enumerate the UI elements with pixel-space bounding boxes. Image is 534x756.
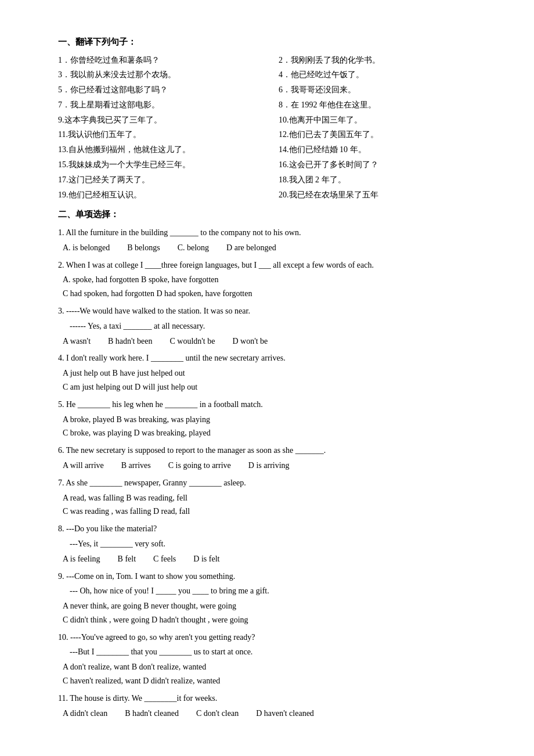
item-6-left: 11.我认识他们五年了。 [58, 128, 267, 142]
question-9: 9. ---Come on in, Tom. I want to show yo… [58, 570, 488, 627]
q9-text2: --- Oh, how nice of you! I _____ you ___… [58, 584, 488, 598]
item-7-right: 14.他们已经结婚 10 年。 [279, 143, 488, 157]
q7-opt-cd: C was reading , was falling D read, fall [63, 505, 488, 519]
item-3-right: 6．我哥哥还没回来。 [279, 83, 488, 97]
item-5-left: 9.这本字典我已买了三年了。 [58, 113, 267, 127]
q10-text2: ---But I ________ that you ________ us t… [58, 645, 488, 659]
q8-options: A is feeling B felt C feels D is felt [58, 552, 488, 566]
question-5: 5. He ________ his leg when he ________ … [58, 398, 488, 440]
q6-options: A will arrive B arrives C is going to ar… [58, 459, 488, 473]
item-5-right: 10.他离开中国三年了。 [279, 113, 488, 127]
q1-opt-c: C. belong [178, 241, 209, 255]
q4-opt-ab: A just help out B have just helped out [63, 366, 488, 380]
item-4-right: 8．在 1992 年他住在这里。 [279, 98, 488, 112]
q8-opt-b: B felt [118, 552, 136, 566]
item-9-left: 17.这门已经关了两天了。 [58, 173, 267, 187]
q2-text: 2. When I was at college I ____three for… [58, 258, 488, 272]
q9-opt-cd: C didn't think , were going D hadn't tho… [63, 613, 488, 627]
q6-opt-b: B arrives [121, 459, 151, 473]
q10-text1: 10. ----You've agreed to go, so why aren… [58, 631, 488, 645]
question-7: 7. As she ________ newspaper, Granny ___… [58, 476, 488, 519]
q11-opt-b: B hadn't cleaned [125, 707, 179, 721]
q3-opt-a: A wasn't [63, 334, 91, 348]
section2-title: 二、单项选择： [58, 207, 488, 222]
q3-opt-d: D won't be [232, 334, 268, 348]
q1-opt-b: B belongs [127, 241, 160, 255]
section1-items: 1．你曾经吃过鱼和薯条吗？ 2．我刚刚丢了我的化学书。 3．我以前从来没去过那个… [58, 53, 488, 202]
q11-options: A didn't clean B hadn't cleaned C don't … [58, 707, 488, 721]
q9-options: A never think, are going B never thought… [58, 599, 488, 627]
q9-text1: 9. ---Come on in, Tom. I want to show yo… [58, 570, 488, 584]
question-8: 8. ---Do you like the material? ---Yes, … [58, 522, 488, 566]
q1-opt-d: D are belonged [226, 241, 276, 255]
q6-opt-d: D is arriving [248, 459, 290, 473]
q2-opt-cd: C had spoken, had forgotten D had spoken… [63, 287, 488, 301]
question-1: 1. All the furniture in the building ___… [58, 226, 488, 255]
item-8-right: 16.这会已开了多长时间了？ [279, 158, 488, 172]
item-2-left: 3．我以前从来没去过那个农场。 [58, 68, 267, 82]
q6-opt-c: C is going to arrive [168, 459, 231, 473]
q5-opt-ab: A broke, played B was breaking, was play… [63, 413, 488, 427]
q1-text: 1. All the furniture in the building ___… [58, 226, 488, 240]
item-1-left: 1．你曾经吃过鱼和薯条吗？ [58, 53, 267, 67]
q10-opt-ab: A don't realize, want B don't realize, w… [63, 660, 488, 674]
item-9-right: 18.我入团 2 年了。 [279, 173, 488, 187]
q7-text: 7. As she ________ newspaper, Granny ___… [58, 476, 488, 490]
item-8-left: 15.我妹妹成为一个大学生已经三年。 [58, 158, 267, 172]
q8-opt-d: D is felt [193, 552, 219, 566]
q5-options: A broke, played B was breaking, was play… [58, 413, 488, 441]
q1-opt-a: A. is belonged [63, 241, 110, 255]
item-10-left: 19.他们已经相互认识。 [58, 188, 267, 202]
question-11: 11. The house is dirty. We ________it fo… [58, 692, 488, 721]
q10-options: A don't realize, want B don't realize, w… [58, 660, 488, 688]
q7-options: A read, was falling B was reading, fell … [58, 491, 488, 519]
q6-text: 6. The new secretary is supposed to repo… [58, 444, 488, 458]
q3-text2: ------ Yes, a taxi _______ at all necess… [58, 319, 488, 333]
item-1-right: 2．我刚刚丢了我的化学书。 [279, 53, 488, 67]
q3-opt-b: B hadn't been [108, 334, 152, 348]
q4-options: A just help out B have just helped out C… [58, 366, 488, 394]
question-10: 10. ----You've agreed to go, so why aren… [58, 631, 488, 688]
question-2: 2. When I was at college I ____three for… [58, 258, 488, 301]
q10-opt-cd: C haven't realized, want D didn't realiz… [63, 674, 488, 688]
item-7-left: 13.自从他搬到福州，他就住这儿了。 [58, 143, 267, 157]
item-4-left: 7．我上星期看过这部电影。 [58, 98, 267, 112]
q1-options: A. is belonged B belongs C. belong D are… [58, 241, 488, 255]
q5-text: 5. He ________ his leg when he ________ … [58, 398, 488, 412]
q3-opt-c: C wouldn't be [169, 334, 215, 348]
q8-opt-c: C feels [153, 552, 176, 566]
q11-opt-d: D haven't cleaned [256, 707, 314, 721]
q2-options: A. spoke, had forgotten B spoke, have fo… [58, 273, 488, 301]
q5-opt-cd: C broke, was playing D was breaking, pla… [63, 426, 488, 440]
question-6: 6. The new secretary is supposed to repo… [58, 444, 488, 473]
q2-opt-ab: A. spoke, had forgotten B spoke, have fo… [63, 273, 488, 287]
q4-text: 4. I don't really work here. I ________ … [58, 351, 488, 365]
q8-opt-a: A is feeling [63, 552, 100, 566]
q6-opt-a: A will arrive [63, 459, 104, 473]
item-2-right: 4．他已经吃过午饭了。 [279, 68, 488, 82]
item-10-right: 20.我已经在农场里呆了五年 [279, 188, 488, 202]
item-6-right: 12.他们已去了美国五年了。 [279, 128, 488, 142]
item-3-left: 5．你已经看过这部电影了吗？ [58, 83, 267, 97]
q8-text2: ---Yes, it ________ very soft. [58, 537, 488, 551]
question-4: 4. I don't really work here. I ________ … [58, 351, 488, 394]
question-3: 3. -----We would have walked to the stat… [58, 304, 488, 348]
section1-title: 一、翻译下列句子： [58, 35, 488, 50]
q7-opt-ab: A read, was falling B was reading, fell [63, 491, 488, 505]
q4-opt-cd: C am just helping out D will just help o… [63, 380, 488, 394]
q11-opt-c: C don't clean [196, 707, 239, 721]
q9-opt-ab: A never think, are going B never thought… [63, 599, 488, 613]
q11-opt-a: A didn't clean [63, 707, 107, 721]
q11-text: 11. The house is dirty. We ________it fo… [58, 692, 488, 705]
q8-text1: 8. ---Do you like the material? [58, 522, 488, 536]
q3-text1: 3. -----We would have walked to the stat… [58, 304, 488, 318]
q3-options: A wasn't B hadn't been C wouldn't be D w… [58, 334, 488, 348]
